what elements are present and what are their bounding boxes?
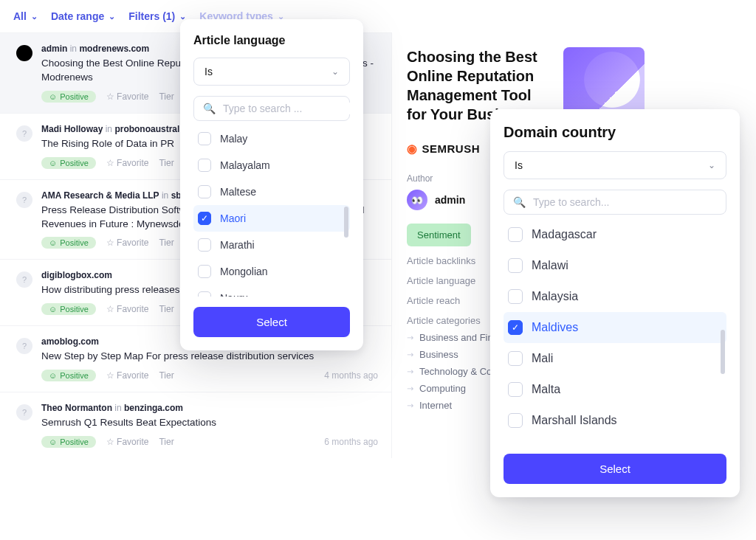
sentiment-badge[interactable]: Sentiment	[407, 224, 471, 246]
tier-button[interactable]: Tier	[159, 91, 173, 102]
favorite-button[interactable]: Favorite	[106, 91, 149, 102]
option-label: Maldives	[532, 321, 578, 334]
option-madagascar[interactable]: Madagascar	[504, 219, 726, 250]
timestamp: 4 months ago	[324, 370, 378, 381]
condition-value: Is	[515, 159, 523, 171]
popover-title: Article language	[193, 34, 350, 47]
option-maori[interactable]: Maori	[193, 205, 350, 232]
chevron-down-icon: ⌄	[708, 160, 715, 170]
filter-all[interactable]: All ⌄	[13, 10, 38, 22]
select-button[interactable]: Select	[504, 454, 726, 484]
filter-date-range[interactable]: Date range ⌄	[51, 10, 115, 22]
checkbox-icon	[198, 265, 211, 278]
filter-filters[interactable]: Filters (1) ⌄	[128, 10, 186, 22]
author-name: admin	[435, 194, 465, 206]
option-malta[interactable]: Malta	[504, 374, 726, 405]
tier-button[interactable]: Tier	[159, 304, 173, 314]
positive-badge: Positive	[41, 157, 96, 169]
tier-button[interactable]: Tier	[159, 238, 173, 248]
option-marathi[interactable]: Marathi	[193, 232, 350, 258]
checkbox-icon	[508, 382, 523, 397]
option-label: Maori	[220, 212, 246, 224]
tier-button[interactable]: Tier	[159, 437, 173, 447]
search-icon: 🔍	[513, 196, 526, 208]
chevron-down-icon: ⌄	[331, 66, 339, 77]
option-label: Mali	[532, 352, 553, 365]
option-maldives[interactable]: Maldives	[504, 312, 726, 343]
option-malaysia[interactable]: Malaysia	[504, 281, 726, 312]
favorite-button[interactable]: Favorite	[106, 238, 149, 248]
option-malawi[interactable]: Malawi	[504, 250, 726, 281]
language-options: MalayMalayalamMalteseMaoriMarathiMongoli…	[193, 125, 350, 297]
favorite-button[interactable]: Favorite	[106, 370, 149, 381]
avatar: ?	[16, 271, 32, 288]
avatar: 👀	[407, 190, 427, 210]
option-label: Malta	[532, 383, 560, 396]
option-label: Mongolian	[220, 266, 268, 277]
language-popover: Article language Is ⌄ 🔍 MalayMalayalamMa…	[180, 19, 363, 350]
avatar: ?	[16, 125, 32, 142]
chevron-down-icon: ⌄	[31, 12, 38, 21]
favorite-button[interactable]: Favorite	[106, 304, 149, 314]
option-nauru[interactable]: Nauru	[193, 285, 350, 297]
article-title: New Step by Step Map For press release d…	[41, 350, 378, 364]
positive-badge: Positive	[41, 303, 96, 315]
option-malay[interactable]: Malay	[193, 125, 350, 152]
favorite-button[interactable]: Favorite	[106, 158, 149, 168]
option-martinique[interactable]: Martinique	[504, 436, 726, 440]
condition-select[interactable]: Is ⌄	[193, 58, 350, 86]
chevron-down-icon: ⌄	[109, 12, 115, 21]
positive-badge: Positive	[41, 436, 96, 448]
option-label: Madagascar	[532, 228, 597, 241]
option-label: Malaysia	[532, 290, 578, 303]
checkbox-icon	[508, 320, 523, 335]
scrollbar[interactable]	[344, 207, 348, 238]
scrollbar[interactable]	[721, 330, 725, 374]
checkbox-icon	[508, 227, 523, 242]
option-label: Nauru	[220, 292, 248, 297]
option-label: Marathi	[220, 239, 255, 251]
avatar	[16, 45, 32, 61]
checkbox-icon	[198, 238, 211, 252]
filter-filters-label: Filters (1)	[128, 10, 175, 22]
positive-badge: Positive	[41, 91, 96, 103]
checkbox-icon	[508, 351, 523, 366]
country-popover: Domain country Is ⌄ 🔍 MadagascarMalawiMa…	[490, 109, 740, 497]
checkbox-icon	[198, 291, 211, 297]
search-icon: 🔍	[203, 103, 216, 114]
avatar: ?	[16, 192, 32, 208]
checkbox-icon	[508, 413, 523, 428]
country-search[interactable]: 🔍	[504, 190, 726, 215]
option-malayalam[interactable]: Malayalam	[193, 152, 350, 179]
condition-select[interactable]: Is ⌄	[504, 151, 726, 179]
avatar: ?	[16, 338, 32, 354]
avatar: ?	[16, 404, 32, 420]
article-title: Semrush Q1 Results Beat Expectations	[41, 416, 378, 430]
search-input[interactable]	[223, 103, 352, 114]
option-label: Malayalam	[220, 159, 270, 171]
positive-badge: Positive	[41, 237, 96, 249]
favorite-button[interactable]: Favorite	[106, 437, 149, 447]
search-input[interactable]	[533, 196, 717, 208]
condition-value: Is	[205, 66, 213, 77]
option-maltese[interactable]: Maltese	[193, 179, 350, 205]
tier-button[interactable]: Tier	[159, 158, 173, 168]
brand-label: SEMRUSH	[422, 142, 481, 155]
filter-date-label: Date range	[51, 10, 104, 22]
article-row[interactable]: ?Theo Normanton in benzinga.comSemrush Q…	[0, 392, 391, 458]
timestamp: 6 months ago	[324, 437, 378, 447]
filter-bar: All ⌄ Date range ⌄ Filters (1) ⌄ Keyword…	[0, 0, 756, 32]
filter-all-label: All	[13, 10, 27, 22]
language-search[interactable]: 🔍	[193, 96, 350, 121]
option-mali[interactable]: Mali	[504, 343, 726, 374]
checkbox-icon	[508, 289, 523, 304]
select-button[interactable]: Select	[193, 307, 350, 337]
option-marshall-islands[interactable]: Marshall Islands	[504, 405, 726, 436]
byline: Theo Normanton in benzinga.com	[41, 403, 378, 413]
checkbox-icon	[508, 258, 523, 273]
checkbox-icon	[198, 212, 211, 225]
flame-icon: ◉	[407, 142, 418, 156]
option-mongolian[interactable]: Mongolian	[193, 258, 350, 285]
tier-button[interactable]: Tier	[159, 370, 173, 381]
option-label: Malay	[220, 133, 247, 145]
